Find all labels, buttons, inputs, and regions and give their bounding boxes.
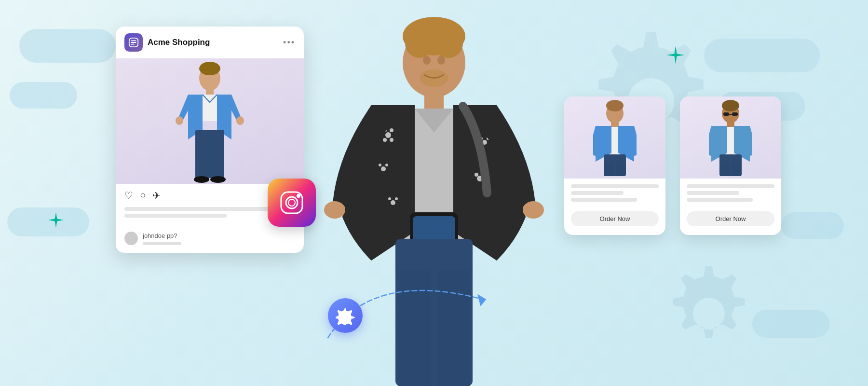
svg-point-11 (176, 116, 183, 125)
ig-commenter-avatar (124, 232, 138, 245)
ig-share-icon[interactable]: ✈ (152, 190, 161, 201)
ig-comment-line (143, 242, 181, 245)
ig-header: Acme Shopping ••• (116, 27, 304, 58)
svg-rect-6 (206, 89, 214, 96)
product-man-figure-2 (709, 99, 752, 176)
bg-decoration-1 (19, 29, 116, 63)
product-desc-line (571, 198, 637, 202)
ig-caption-line-2 (124, 214, 227, 218)
ig-commenter-name: johndoe (143, 232, 167, 239)
svg-point-14 (210, 176, 226, 183)
svg-rect-2 (131, 42, 136, 43)
ig-like-icon[interactable]: ♡ (124, 190, 133, 201)
svg-point-13 (194, 176, 209, 183)
svg-point-26 (383, 138, 387, 142)
ig-comment-content: johndoe pp? (143, 231, 181, 245)
svg-rect-64 (732, 112, 738, 116)
ig-more-button[interactable]: ••• (283, 38, 295, 48)
svg-point-40 (324, 201, 345, 219)
ig-comment-icon[interactable]: ○ (140, 190, 146, 201)
svg-point-21 (420, 69, 448, 87)
ig-comment-text: pp? (167, 232, 177, 239)
svg-point-50 (288, 199, 295, 206)
product-cards-container: Order Now (564, 96, 781, 235)
svg-point-19 (423, 56, 431, 65)
svg-rect-22 (424, 94, 444, 109)
svg-rect-60 (616, 163, 625, 176)
svg-rect-9 (195, 147, 208, 180)
ig-caption-line-1 (124, 207, 270, 211)
svg-rect-1 (131, 40, 136, 41)
product-card-1: Order Now (564, 96, 665, 235)
svg-rect-69 (732, 163, 741, 176)
svg-point-38 (475, 173, 478, 177)
svg-point-17 (405, 29, 434, 58)
ig-brand-logo (124, 33, 143, 52)
gear-sync-icon (336, 306, 355, 325)
svg-rect-10 (212, 147, 224, 180)
product-man-figure-1 (593, 99, 637, 176)
svg-point-48 (286, 197, 298, 208)
ig-post-image (116, 58, 304, 184)
settings-sync-float-icon (328, 298, 363, 333)
product-title-line-2 (687, 184, 774, 188)
product-info-lines-2 (680, 179, 781, 208)
svg-rect-63 (723, 112, 729, 116)
svg-point-27 (390, 138, 393, 142)
svg-rect-3 (131, 44, 135, 45)
order-now-button-2[interactable]: Order Now (687, 211, 774, 226)
svg-point-29 (379, 164, 381, 166)
ig-man-figure (174, 60, 246, 183)
svg-point-56 (606, 100, 624, 111)
svg-point-12 (236, 116, 244, 125)
svg-rect-65 (729, 114, 732, 115)
product-title-line (571, 184, 659, 188)
svg-rect-59 (604, 163, 613, 176)
svg-point-33 (395, 197, 398, 200)
svg-point-5 (199, 62, 220, 75)
svg-point-49 (297, 194, 300, 198)
svg-point-30 (385, 164, 388, 166)
order-now-button-1[interactable]: Order Now (571, 211, 659, 226)
product-image-1 (564, 96, 665, 179)
svg-marker-54 (477, 293, 487, 306)
svg-point-20 (437, 56, 445, 65)
svg-point-31 (391, 200, 395, 205)
sparkle-icon-2 (48, 212, 64, 228)
ig-comment-area: johndoe pp? (116, 227, 304, 253)
svg-point-41 (523, 201, 544, 219)
svg-point-32 (388, 197, 391, 200)
product-price-line-2 (687, 191, 739, 195)
svg-point-25 (390, 128, 393, 132)
product-info-lines-1 (564, 179, 665, 208)
bg-decoration-7 (752, 310, 829, 338)
instagram-float-icon (268, 179, 316, 227)
bg-decoration-2 (10, 82, 77, 109)
product-image-2 (680, 96, 781, 179)
instagram-logo-icon (277, 188, 306, 217)
svg-point-18 (434, 29, 463, 58)
svg-point-28 (381, 166, 386, 171)
product-price-line (571, 191, 624, 195)
product-card-2: Order Now (680, 96, 781, 235)
svg-point-23 (385, 132, 391, 138)
ig-store-name: Acme Shopping (148, 38, 278, 47)
svg-point-62 (722, 100, 739, 111)
bg-gear-2 (656, 261, 762, 367)
sparkle-icon-1 (666, 46, 685, 64)
svg-rect-68 (720, 163, 729, 176)
product-desc-line-2 (687, 198, 753, 202)
bg-decoration-6 (781, 212, 844, 239)
